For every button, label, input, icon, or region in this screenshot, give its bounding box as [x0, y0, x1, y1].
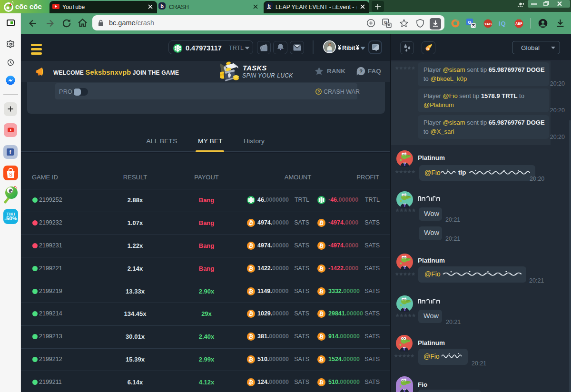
- svg-text:?: ?: [317, 89, 320, 94]
- svg-text:YAB: YAB: [484, 22, 492, 26]
- svg-text:b: b: [267, 3, 270, 9]
- svg-text:?: ?: [359, 69, 363, 74]
- svg-text:ABP: ABP: [515, 22, 522, 25]
- svg-text:S: S: [9, 172, 12, 177]
- svg-text:b: b: [160, 3, 164, 9]
